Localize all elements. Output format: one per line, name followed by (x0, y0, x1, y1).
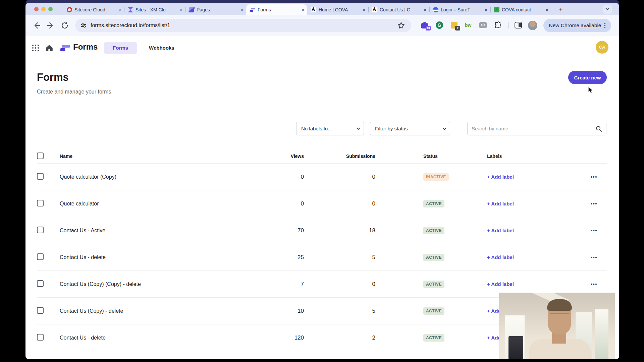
close-tab-icon[interactable]: × (362, 7, 365, 13)
status-filter-value: Filter by status (375, 126, 408, 131)
side-panel-button[interactable] (515, 22, 522, 28)
form-name[interactable]: Quote calculator (56, 201, 284, 207)
more-menu-icon (604, 25, 605, 26)
row-checkbox[interactable] (37, 200, 44, 206)
form-name[interactable]: Contact Us - Active (56, 228, 284, 234)
bookmark-star-icon[interactable] (397, 21, 405, 29)
select-all-checkbox[interactable] (37, 153, 44, 159)
row-checkbox[interactable] (37, 227, 44, 233)
browser-tab[interactable]: Login – SureT × (429, 4, 490, 15)
close-tab-icon[interactable]: × (240, 7, 243, 13)
home-icon[interactable] (45, 44, 54, 52)
url-text: forms.sitecorecloud.io/forms/list/1 (91, 22, 170, 28)
add-label-button[interactable]: + Add label (487, 254, 514, 260)
reload-button[interactable] (60, 21, 69, 30)
form-name[interactable]: Contact Us (Copy) - delete (56, 308, 284, 314)
browser-tab[interactable]: Contact Us | C × (368, 4, 429, 15)
row-checkbox[interactable] (37, 280, 44, 287)
code-extension-icon[interactable]: </> (479, 21, 487, 29)
browser-tab[interactable]: Home | COVA × (307, 4, 368, 15)
browser-toolbar: forms.sitecorecloud.io/forms/list/1 13 G… (25, 15, 619, 36)
row-actions-menu[interactable]: ••• (581, 281, 607, 287)
minimize-window-button[interactable] (41, 7, 46, 11)
bitwarden-extension-icon[interactable]: bw (465, 21, 473, 29)
add-label-button[interactable]: + Add label (487, 228, 514, 233)
form-name[interactable]: Contact Us (Copy) (Copy) - delete (56, 281, 284, 287)
status-badge: ACTIVE (423, 307, 444, 315)
row-checkbox[interactable] (37, 307, 44, 314)
create-new-button[interactable]: Create new (568, 71, 607, 84)
close-tab-icon[interactable]: × (301, 7, 304, 13)
views-value: 120 (284, 335, 304, 341)
row-actions-menu[interactable]: ••• (581, 228, 607, 233)
close-tab-icon[interactable]: × (179, 7, 182, 13)
browser-tab[interactable]: Forms × (246, 4, 307, 15)
browser-tab[interactable]: Pages × (185, 4, 246, 15)
tab-favicon (494, 7, 499, 12)
room-furniture (508, 336, 523, 359)
views-value: 70 (284, 227, 304, 234)
tab-webhooks[interactable]: Webhooks (146, 42, 178, 54)
add-label-button[interactable]: + Add label (487, 281, 514, 287)
column-header-submissions[interactable]: Submissions (304, 154, 375, 159)
views-value: 0 (284, 174, 304, 180)
row-actions-menu[interactable]: ••• (581, 254, 607, 260)
search-icon[interactable] (595, 125, 602, 132)
forward-button[interactable] (46, 21, 55, 30)
column-header-views[interactable]: Views (284, 154, 304, 159)
status-filter-dropdown[interactable]: Filter by status (370, 122, 450, 135)
tab-forms[interactable]: Forms (104, 42, 137, 54)
app-header: Forms Forms Webhooks CA (25, 36, 619, 60)
person-hair (547, 299, 572, 311)
profile-avatar[interactable] (528, 21, 537, 30)
extension-badge: 2 (455, 26, 460, 31)
row-checkbox[interactable] (37, 173, 44, 180)
row-actions-menu[interactable]: ••• (581, 174, 607, 180)
chevron-down-icon (356, 126, 360, 130)
tab-list-chevron-button[interactable] (603, 5, 612, 14)
labels-filter-dropdown[interactable]: No labels fo... (296, 122, 364, 135)
status-badge: INACTIVE (423, 173, 449, 181)
tab-strip: Sitecore Cloud × Sites - XM Clo × Pages … (63, 4, 551, 15)
browser-tab[interactable]: Sitecore Cloud × (63, 4, 124, 15)
form-name[interactable]: Contact Us - delete (56, 335, 284, 341)
row-actions-menu[interactable]: ••• (581, 201, 607, 206)
fullscreen-window-button[interactable] (48, 7, 53, 11)
column-header-status[interactable]: Status (375, 154, 487, 159)
close-tab-icon[interactable]: × (545, 7, 548, 13)
add-label-button[interactable]: + Add label (487, 201, 514, 206)
extensions-puzzle-icon[interactable] (494, 21, 502, 29)
row-checkbox[interactable] (37, 253, 44, 260)
address-bar[interactable]: forms.sitecorecloud.io/forms/list/1 (75, 19, 411, 32)
close-tab-icon[interactable]: × (118, 7, 121, 13)
table-row: Contact Us - delete 25 5 ACTIVE + Add la… (37, 244, 607, 270)
views-value: 10 (284, 308, 304, 314)
browser-tab[interactable]: Sites - XM Clo × (124, 4, 185, 15)
add-label-button[interactable]: + Add label (487, 174, 514, 180)
back-button[interactable] (32, 21, 41, 30)
extension-icon-yellow[interactable]: 2 (450, 21, 458, 29)
search-input[interactable] (472, 126, 595, 131)
app-launcher-grid-icon[interactable] (32, 44, 40, 52)
grammarly-extension-icon[interactable]: G (435, 21, 443, 29)
form-name[interactable]: Quote calculator (Copy) (56, 174, 284, 180)
submissions-value: 0 (304, 200, 375, 207)
close-tab-icon[interactable]: × (423, 7, 426, 13)
row-checkbox[interactable] (37, 334, 44, 341)
sitecore-forms-logo (60, 45, 70, 51)
tab-title: Sitecore Cloud (74, 7, 116, 12)
chrome-update-label: New Chrome available (549, 22, 601, 28)
site-info-icon[interactable] (80, 22, 87, 28)
column-header-labels[interactable]: Labels (487, 154, 581, 159)
column-header-name[interactable]: Name (56, 154, 284, 159)
new-tab-button[interactable]: + (559, 6, 563, 13)
submissions-value: 5 (304, 308, 375, 314)
close-tab-icon[interactable]: × (484, 7, 487, 13)
user-avatar[interactable]: CA (596, 41, 608, 54)
form-name[interactable]: Contact Us - delete (56, 254, 284, 260)
extension-icon-purple[interactable]: 13 (421, 21, 429, 29)
browser-tab[interactable]: COVA contact × (490, 4, 551, 15)
close-window-button[interactable] (34, 7, 39, 11)
chrome-update-button[interactable]: New Chrome available (543, 19, 611, 32)
views-value: 25 (284, 254, 304, 261)
